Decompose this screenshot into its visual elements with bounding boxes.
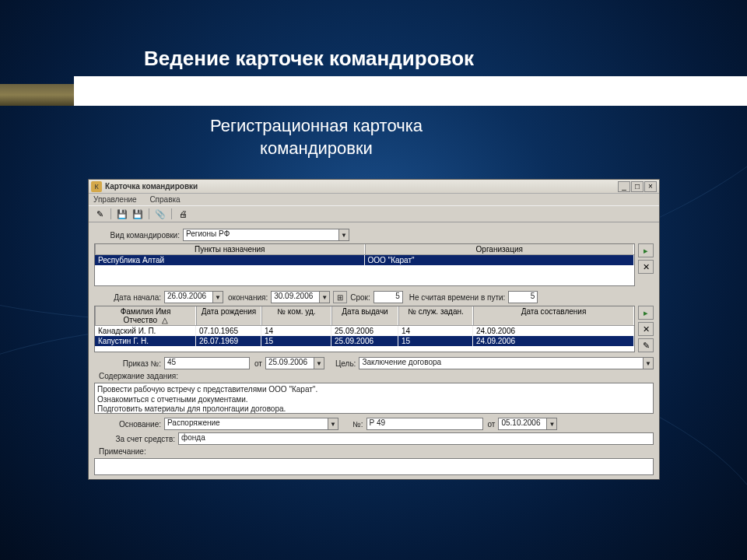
app-icon: К (91, 181, 102, 192)
label-order-from: от (254, 359, 262, 368)
edit-row-button[interactable]: ✎ (638, 338, 654, 352)
purpose-value[interactable]: Заключение договора (359, 357, 643, 369)
order-date-input[interactable]: 25.09.2006 ▼ (265, 357, 324, 369)
edit-icon[interactable]: ✎ (93, 208, 106, 220)
label-purpose: Цель: (335, 359, 356, 368)
task-line: Подготовить материалы для пролонгации до… (97, 404, 651, 415)
menu-help[interactable]: Справка (149, 195, 180, 204)
task-line: Ознакомиться с отчетными документами. (97, 395, 651, 405)
save-as-icon[interactable]: 💾 (132, 208, 144, 220)
add-row-button[interactable]: ▸ (638, 306, 654, 320)
slide-subtitle: Регистрационная карточка командировки (210, 115, 423, 159)
label-excl-travel: Не считая времени в пути: (409, 293, 506, 302)
trip-type-value[interactable]: Регионы РФ (183, 229, 338, 241)
decor-gold-bar (0, 84, 74, 106)
dropdown-icon[interactable]: ▼ (314, 357, 324, 369)
delete-row-button[interactable]: ✕ (638, 260, 654, 274)
decor-white-bar (74, 76, 747, 106)
label-end-date: окончания: (228, 293, 268, 302)
dropdown-icon[interactable]: ▼ (328, 418, 338, 430)
slide-title: Ведение карточек командировок (144, 47, 474, 71)
basis-value[interactable]: Распоряжение (164, 418, 328, 430)
cell-sluz: 15 (398, 336, 473, 346)
label-basis-from: от (488, 420, 496, 429)
label-basis-no: №: (352, 420, 363, 429)
basis-date-value[interactable]: 05.10.2006 (498, 418, 546, 430)
end-date-input[interactable]: 30.09.2006 ▼ (271, 291, 330, 303)
save-icon[interactable]: 💾 (116, 208, 128, 220)
basis-no-input[interactable]: Р 49 (366, 418, 483, 430)
subtitle-line-2: командировки (260, 138, 373, 158)
order-date-value[interactable]: 25.09.2006 (265, 357, 314, 369)
trip-type-combo[interactable]: Регионы РФ ▼ (183, 229, 349, 241)
start-date-value[interactable]: 26.09.2006 (164, 291, 212, 303)
close-button[interactable]: × (644, 181, 657, 192)
duration-input[interactable]: 5 (374, 291, 403, 303)
col-destination[interactable]: Пункты назначения (95, 244, 365, 254)
cell-komud: 15 (261, 336, 331, 346)
add-row-button[interactable]: ▸ (638, 243, 654, 257)
label-trip-type: Вид командировки: (94, 231, 180, 240)
cell-dob: 26.07.1969 (196, 336, 261, 346)
cell-compiled: 24.09.2006 (473, 326, 634, 336)
maximize-button[interactable]: □ (631, 181, 644, 192)
basis-date-input[interactable]: 05.10.2006 ▼ (498, 418, 557, 430)
menubar: Управление Справка (89, 194, 659, 205)
table-row[interactable]: Канадский И. П. 07.10.1965 14 25.09.2006… (95, 326, 634, 336)
excl-travel-input[interactable]: 5 (508, 291, 538, 303)
col-fio[interactable]: Фамилия Имя Отчество △ (95, 306, 196, 325)
people-grid[interactable]: Фамилия Имя Отчество △ Дата рождения № к… (94, 306, 635, 352)
destinations-grid[interactable]: Пункты назначения Организация Республика… (94, 243, 635, 286)
cell-destination: Республика Алтай (95, 255, 365, 265)
dropdown-icon[interactable]: ▼ (338, 229, 349, 241)
note-textarea[interactable] (94, 458, 654, 475)
label-note: Примечание: (99, 447, 161, 456)
label-task-content: Содержание задания: (99, 372, 200, 380)
cell-fio: Капустин Г. Н. (95, 336, 196, 346)
purpose-combo[interactable]: Заключение договора ▼ (359, 357, 654, 369)
separator (149, 208, 149, 219)
col-compiled[interactable]: Дата составления (473, 306, 634, 325)
funds-input[interactable]: фонда (178, 432, 654, 445)
cell-issue: 25.09.2006 (331, 326, 398, 336)
cell-dob: 07.10.1965 (196, 326, 261, 336)
cell-fio: Канадский И. П. (95, 326, 196, 336)
col-organization[interactable]: Организация (365, 244, 635, 254)
table-row[interactable]: Капустин Г. Н. 26.07.1969 15 25.09.2006 … (95, 336, 634, 346)
col-issue[interactable]: Дата выдачи (331, 306, 398, 325)
task-content-textarea[interactable]: Провести рабочую встречу с представителя… (94, 383, 654, 414)
label-basis: Основание: (94, 420, 161, 429)
col-komud[interactable]: № ком. уд. (261, 306, 331, 325)
task-line: Провести рабочую встречу с представителя… (97, 385, 651, 395)
titlebar[interactable]: К Карточка командировки _ □ × (89, 180, 659, 194)
end-date-value[interactable]: 30.09.2006 (271, 291, 319, 303)
app-window: К Карточка командировки _ □ × Управление… (88, 179, 660, 480)
delete-row-button[interactable]: ✕ (638, 322, 654, 336)
order-no-input[interactable]: 45 (164, 357, 250, 369)
cell-organization: ООО "Карат" (365, 255, 635, 265)
label-start-date: Дата начала: (94, 293, 161, 302)
dropdown-icon[interactable]: ▼ (212, 291, 223, 303)
subtitle-line-1: Регистрационная карточка (210, 116, 423, 135)
dropdown-icon[interactable]: ▼ (643, 357, 654, 369)
basis-combo[interactable]: Распоряжение ▼ (164, 418, 338, 430)
cell-issue: 25.09.2006 (331, 336, 398, 346)
dropdown-icon[interactable]: ▼ (319, 291, 330, 303)
toolbar: ✎ 💾 💾 📎 🖨 (89, 205, 659, 222)
label-duration: Срок: (350, 293, 370, 302)
cell-komud: 14 (261, 326, 331, 336)
label-funds: За счет средств: (94, 435, 175, 443)
print-icon[interactable]: 🖨 (177, 208, 189, 220)
col-sluz[interactable]: № служ. задан. (398, 306, 473, 325)
separator (110, 208, 111, 219)
dropdown-icon[interactable]: ▼ (546, 418, 557, 430)
separator (171, 208, 172, 219)
attach-icon[interactable]: 📎 (154, 208, 167, 220)
start-date-input[interactable]: 26.09.2006 ▼ (164, 291, 223, 303)
minimize-button[interactable]: _ (618, 181, 630, 192)
menu-manage[interactable]: Управление (93, 195, 137, 204)
calculator-icon[interactable]: ⊞ (333, 291, 347, 303)
cell-sluz: 14 (398, 326, 473, 336)
col-dob[interactable]: Дата рождения (196, 306, 261, 325)
table-row[interactable]: Республика Алтай ООО "Карат" (95, 255, 634, 265)
